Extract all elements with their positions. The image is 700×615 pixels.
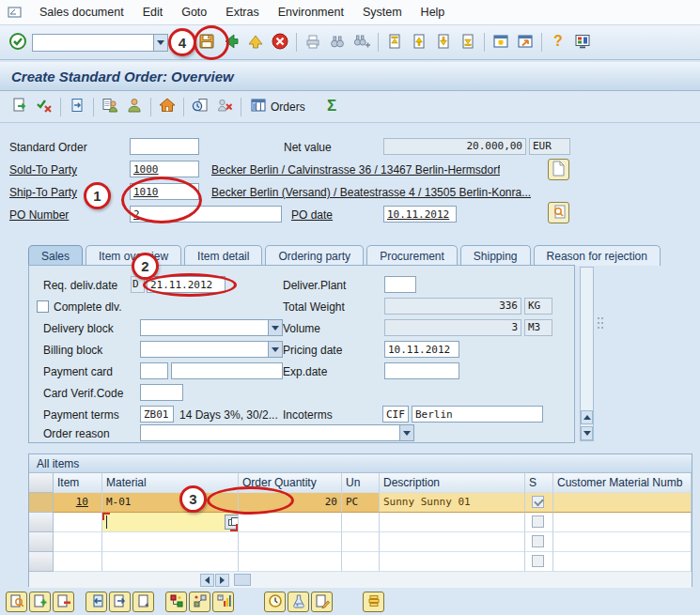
item-configuration-button[interactable] (288, 592, 309, 612)
tab-ordering-party[interactable]: Ordering party (265, 245, 364, 266)
item-schedule-lines-button[interactable] (189, 592, 210, 612)
first-page-button[interactable] (382, 31, 407, 54)
sold-to-party-input[interactable] (130, 161, 199, 177)
cell-material[interactable] (102, 532, 239, 552)
find-button[interactable] (325, 31, 350, 54)
create-shortcut-button[interactable] (513, 31, 537, 54)
scroll-right-button[interactable] (215, 574, 229, 587)
payment-card-type-input[interactable] (140, 362, 168, 379)
header-text-button[interactable] (548, 159, 569, 180)
back-button[interactable] (219, 31, 243, 54)
po-number-input[interactable] (130, 206, 282, 223)
incompletion-check-button[interactable] (32, 95, 56, 118)
create-with-reference-button[interactable] (8, 95, 32, 118)
save-button[interactable] (194, 31, 219, 54)
status-checkbox[interactable] (532, 515, 544, 528)
propose-items-button[interactable] (109, 592, 131, 612)
incoterms-location-input[interactable] (412, 406, 543, 423)
tab-shipping[interactable]: Shipping (460, 245, 531, 266)
sum-button[interactable]: Σ (319, 95, 344, 118)
header-details-button[interactable] (548, 202, 569, 223)
display-availability-button[interactable] (188, 95, 212, 118)
req-deliv-date-input[interactable] (147, 276, 226, 293)
delete-row-button[interactable] (53, 592, 74, 612)
cell-customer-material[interactable] (553, 513, 692, 532)
last-page-button[interactable] (456, 31, 480, 54)
tab-item-detail[interactable]: Item detail (184, 245, 262, 266)
items-horizontal-scrollbar[interactable] (29, 572, 692, 588)
system-menu-icon[interactable] (6, 4, 24, 21)
cell-description[interactable] (380, 532, 525, 552)
pricing-date-input[interactable] (384, 341, 459, 358)
delivery-block-select[interactable] (140, 319, 283, 336)
menu-item-help[interactable]: Help (412, 3, 455, 22)
insert-row-button[interactable] (29, 592, 51, 612)
sales-panel-scrollbar[interactable] (580, 267, 594, 441)
order-reason-select[interactable] (140, 424, 414, 441)
menu-item-extras[interactable]: Extras (216, 3, 268, 22)
menu-item-environment[interactable]: Environment (269, 3, 353, 22)
exit-button[interactable] (243, 31, 268, 54)
previous-page-button[interactable] (407, 31, 431, 54)
cumulate-button[interactable] (363, 592, 384, 612)
enter-button[interactable] (6, 31, 30, 54)
find-next-button[interactable] (350, 31, 374, 54)
row-selector[interactable] (29, 513, 54, 532)
ship-to-party-label[interactable]: Ship-To Party (9, 184, 77, 201)
chevron-down-icon[interactable] (268, 342, 282, 357)
cancel-button[interactable] (268, 31, 292, 54)
cell-material[interactable] (102, 552, 239, 572)
document-flow-button[interactable] (65, 95, 89, 118)
cell-order-quantity[interactable] (239, 552, 342, 572)
cell-order-quantity[interactable] (239, 532, 342, 552)
new-session-button[interactable] (489, 31, 513, 54)
cell-unit[interactable] (342, 513, 380, 532)
row-selector[interactable] (29, 532, 54, 552)
complete-delivery-checkbox[interactable] (37, 300, 49, 313)
command-dropdown-icon[interactable] (154, 34, 168, 52)
item-conditions-button[interactable] (165, 592, 187, 612)
scroll-down-button[interactable] (581, 426, 593, 440)
help-button[interactable]: ? (546, 31, 570, 54)
panel-resize-grip[interactable] (598, 317, 605, 331)
po-date-label[interactable]: PO date (291, 207, 333, 223)
payment-card-number-input[interactable] (171, 362, 283, 379)
cell-unit[interactable] (342, 552, 380, 572)
cell-order-quantity[interactable] (239, 513, 342, 532)
reject-document-button[interactable] (212, 95, 237, 118)
select-all-rows-button[interactable] (29, 473, 54, 493)
cell-customer-material[interactable] (553, 552, 692, 572)
sold-to-party-display-button[interactable] (98, 95, 122, 118)
matchcode-button[interactable] (225, 515, 239, 530)
standard-order-input[interactable] (130, 138, 199, 155)
cell-material-focused[interactable] (102, 513, 239, 532)
orders-button[interactable]: Orders (245, 94, 310, 119)
cell-description[interactable] (380, 513, 525, 532)
exp-date-input[interactable] (384, 362, 459, 379)
tab-reason-for-rejection[interactable]: Reason for rejection (534, 245, 661, 266)
cell-item[interactable] (54, 552, 102, 572)
partner-button[interactable] (122, 95, 147, 118)
item-details-button[interactable] (6, 592, 27, 612)
ship-to-party-input[interactable] (130, 183, 199, 200)
sold-to-party-label[interactable]: Sold-To Party (9, 161, 77, 178)
item-availability-chart-button[interactable]: 7 (212, 592, 234, 612)
cell-item[interactable] (54, 532, 102, 552)
command-input[interactable] (32, 34, 154, 52)
status-checkbox[interactable] (532, 535, 544, 547)
scroll-up-button[interactable] (581, 410, 593, 424)
cell-description[interactable] (380, 552, 525, 572)
menu-item-edit[interactable]: Edit (133, 3, 173, 22)
display-item-range-button[interactable] (132, 592, 154, 612)
card-verif-code-input[interactable] (140, 384, 183, 401)
scroll-left-button[interactable] (200, 574, 214, 587)
ship-to-address-link[interactable]: Becker Berlin (Versand) / Beatestrasse 4… (211, 184, 531, 201)
cell-item[interactable] (54, 513, 102, 532)
tab-procurement[interactable]: Procurement (366, 245, 458, 266)
status-checkbox[interactable] (532, 555, 544, 567)
cell-description[interactable]: Sunny Sunny 01 (380, 493, 525, 513)
menu-item-goto[interactable]: Goto (172, 3, 216, 22)
cell-order-quantity[interactable]: 20 (239, 493, 342, 513)
scrollbar-thumb[interactable] (234, 574, 251, 586)
tab-item-overview[interactable]: Item overview (86, 245, 181, 266)
